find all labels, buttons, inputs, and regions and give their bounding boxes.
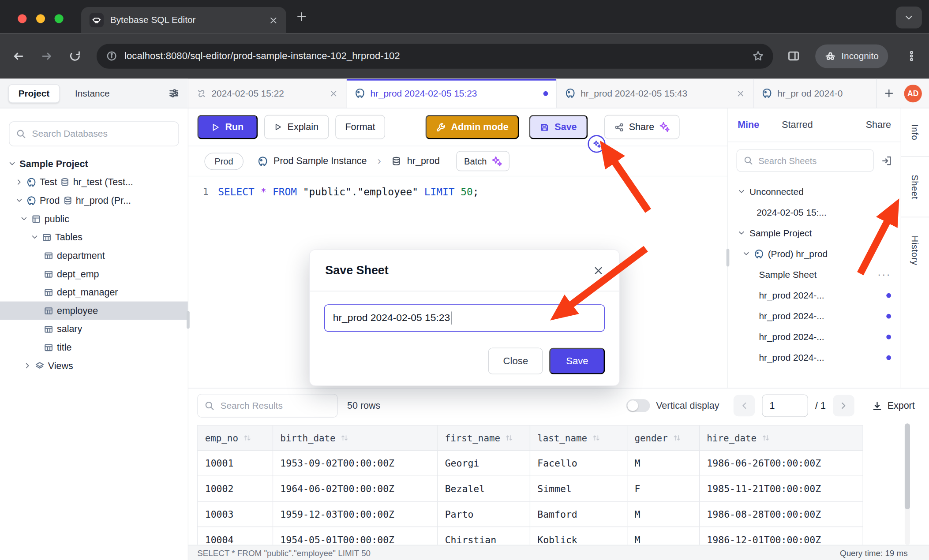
chevron-down-icon[interactable] xyxy=(31,233,38,241)
database-search-input[interactable] xyxy=(9,121,179,146)
tree-item-tables[interactable]: Tables xyxy=(0,228,188,246)
sort-icon[interactable] xyxy=(505,433,514,442)
strip-tab-history[interactable]: History xyxy=(901,217,929,284)
url-bar[interactable]: localhost:8080/sql-editor/prod-sample-in… xyxy=(97,44,773,68)
zoom-window-button[interactable] xyxy=(55,14,64,23)
chevron-down-icon[interactable] xyxy=(20,215,28,223)
sort-icon[interactable] xyxy=(672,433,681,442)
batch-button[interactable]: Batch xyxy=(457,151,509,171)
sheet-item-sample-sheet[interactable]: Sample Sheet ··· xyxy=(728,264,901,285)
close-icon[interactable] xyxy=(736,89,745,97)
close-window-button[interactable] xyxy=(18,14,26,23)
page-number-input[interactable] xyxy=(762,395,808,417)
tree-item-public-schema[interactable]: public xyxy=(0,209,188,228)
column-header-gender[interactable]: gender xyxy=(627,426,700,450)
browser-menu-icon[interactable] xyxy=(906,50,918,62)
chevron-down-icon[interactable] xyxy=(8,160,16,168)
chevron-down-icon[interactable] xyxy=(15,197,23,204)
database-name[interactable]: hr_prod xyxy=(407,156,440,166)
sheet-item[interactable]: hr_prod 2024-... xyxy=(728,347,901,368)
chevron-down-icon[interactable] xyxy=(742,250,750,258)
bookmark-star-icon[interactable] xyxy=(753,50,764,62)
sort-icon[interactable] xyxy=(761,433,770,442)
tree-item-views[interactable]: Views xyxy=(0,357,188,375)
tab-starred[interactable]: Starred xyxy=(782,119,813,130)
sort-icon[interactable] xyxy=(243,433,252,442)
sheet-item[interactable]: 2024-02-05 15:... xyxy=(728,202,901,223)
minimize-window-button[interactable] xyxy=(36,14,45,23)
tree-item-department[interactable]: department xyxy=(0,246,188,265)
kebab-menu-icon[interactable]: ··· xyxy=(877,269,891,280)
tree-item-title[interactable]: title xyxy=(0,338,188,357)
instance-name[interactable]: Prod Sample Instance xyxy=(273,156,367,166)
chevron-down-icon[interactable] xyxy=(738,229,745,237)
prev-page-button[interactable] xyxy=(734,395,755,416)
site-info-icon[interactable] xyxy=(106,50,117,62)
tree-item-test-instance[interactable]: Test hr_test (Test... xyxy=(0,173,188,191)
user-avatar[interactable]: AD xyxy=(904,84,922,102)
column-header-first-name[interactable]: first_name xyxy=(438,426,530,450)
open-sheet-icon[interactable] xyxy=(881,155,892,166)
editor-tab-3[interactable]: hr_prod 2024-02-05 15:43 xyxy=(557,79,754,108)
tree-item-prod-instance[interactable]: Prod hr_prod (Pr... xyxy=(0,191,188,210)
sheet-database-node[interactable]: (Prod) hr_prod xyxy=(728,243,901,264)
new-sheet-tab-button[interactable] xyxy=(877,79,901,108)
tab-share[interactable]: Share xyxy=(866,119,891,130)
tree-item-dept-manager[interactable]: dept_manager xyxy=(0,283,188,302)
sheet-group-sample-project[interactable]: Sample Project xyxy=(728,223,901,243)
panel-resize-handle[interactable] xyxy=(727,249,730,266)
tree-item-employee[interactable]: employee xyxy=(0,302,188,320)
sheet-search-input[interactable] xyxy=(736,149,874,172)
run-button[interactable]: Run xyxy=(197,115,258,139)
tree-item-dept-emp[interactable]: dept_emp xyxy=(0,265,188,283)
results-search-input[interactable] xyxy=(197,394,337,418)
save-button[interactable]: Save xyxy=(529,115,588,139)
tree-item-salary[interactable]: salary xyxy=(0,320,188,338)
back-icon[interactable] xyxy=(12,49,25,63)
new-tab-button[interactable] xyxy=(296,11,307,22)
tab-mine[interactable]: Mine xyxy=(738,119,759,130)
modal-close-button[interactable]: Close xyxy=(488,347,543,374)
project-tab[interactable]: Project xyxy=(8,84,60,103)
strip-tab-info[interactable]: Info xyxy=(901,108,929,157)
admin-mode-button[interactable]: Admin mode xyxy=(426,115,519,139)
column-header-emp-no[interactable]: emp_no xyxy=(198,426,273,450)
environment-chip[interactable]: Prod xyxy=(204,153,243,170)
close-icon[interactable] xyxy=(330,89,338,97)
reload-icon[interactable] xyxy=(69,50,81,62)
forward-icon[interactable] xyxy=(40,49,53,63)
column-header-birth-date[interactable]: birth_date xyxy=(273,426,437,450)
chevron-right-icon[interactable] xyxy=(24,362,31,370)
tab-search-chevron-button[interactable] xyxy=(896,7,922,29)
chevron-down-icon[interactable] xyxy=(738,188,745,195)
editor-tab-1[interactable]: 2024-02-05 15:22 xyxy=(188,79,347,108)
scrollbar-thumb[interactable] xyxy=(905,423,910,509)
browser-tab[interactable]: Bytebase SQL Editor xyxy=(81,7,286,33)
close-icon[interactable] xyxy=(593,265,603,276)
export-button[interactable]: Export xyxy=(872,400,915,411)
sheet-group-unconnected[interactable]: Unconnected xyxy=(728,181,901,202)
side-panel-icon[interactable] xyxy=(787,50,800,62)
sheet-item[interactable]: hr_prod 2024-... xyxy=(728,326,901,347)
sheet-item[interactable]: hr_prod 2024-... xyxy=(728,285,901,306)
editor-tab-4[interactable]: hr_pr od 2024-0 xyxy=(753,79,877,108)
next-page-button[interactable] xyxy=(833,395,854,416)
panel-resize-handle[interactable] xyxy=(187,311,190,329)
chevron-right-icon[interactable] xyxy=(15,178,23,186)
sheet-item[interactable]: hr_prod 2024-... xyxy=(728,306,901,326)
sheet-name-input[interactable]: hr_prod 2024-02-05 15:23 xyxy=(324,304,605,332)
instance-tab[interactable]: Instance xyxy=(75,88,110,98)
explain-button[interactable]: Explain xyxy=(264,115,329,139)
vertical-display-toggle[interactable] xyxy=(626,399,650,412)
strip-tab-sheet[interactable]: Sheet xyxy=(901,157,929,217)
ai-assistant-button[interactable] xyxy=(588,135,605,153)
sort-icon[interactable] xyxy=(340,433,349,442)
sort-icon[interactable] xyxy=(592,433,601,442)
format-button[interactable]: Format xyxy=(335,115,386,139)
tree-item-sample-project[interactable]: Sample Project xyxy=(0,155,188,173)
share-button[interactable]: Share xyxy=(604,115,680,139)
editor-tab-2-active[interactable]: hr_prod 2024-02-05 15:23 xyxy=(347,79,557,108)
results-scrollbar[interactable] xyxy=(905,423,910,545)
column-header-last-name[interactable]: last_name xyxy=(530,426,627,450)
close-tab-icon[interactable] xyxy=(269,16,278,25)
